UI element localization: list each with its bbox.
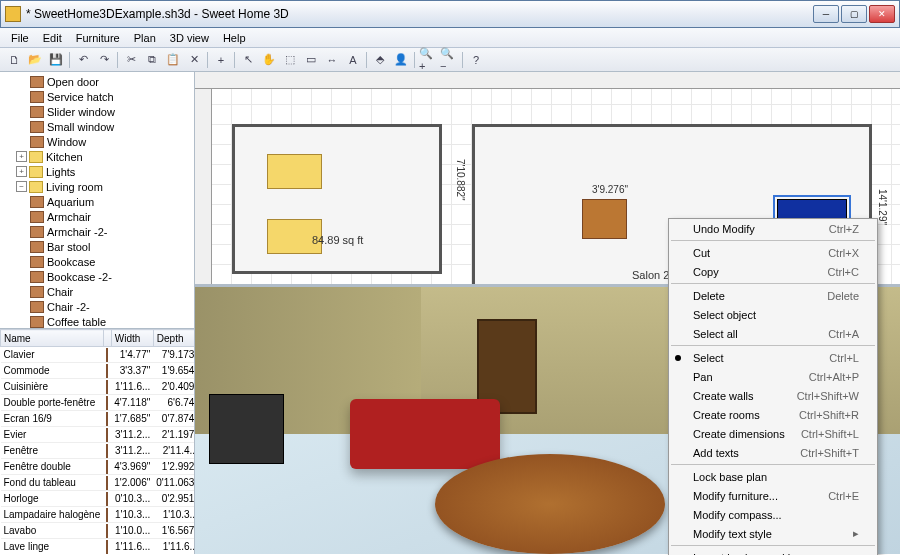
ctx-copy[interactable]: CopyCtrl+C xyxy=(669,262,877,281)
select-tool[interactable]: ↖ xyxy=(238,50,258,70)
open-button[interactable]: 📂 xyxy=(25,50,45,70)
tree-item[interactable]: Armchair -2- xyxy=(2,224,192,239)
tree-category[interactable]: +Kitchen xyxy=(2,149,192,164)
ctx-modify-text-style[interactable]: Modify text style▸ xyxy=(669,524,877,543)
delete-button[interactable]: ✕ xyxy=(184,50,204,70)
new-button[interactable]: 🗋 xyxy=(4,50,24,70)
room-tool[interactable]: ▭ xyxy=(301,50,321,70)
ctx-create-rooms[interactable]: Create roomsCtrl+Shift+R xyxy=(669,405,877,424)
table-row[interactable]: Fond du tableau1'2.006"0'11.063"1'7.685"… xyxy=(1,475,195,491)
tree-item[interactable]: Slider window xyxy=(2,104,192,119)
add-furniture-button[interactable]: + xyxy=(211,50,231,70)
menu-help[interactable]: Help xyxy=(216,30,253,46)
ctx-modify-furniture---[interactable]: Modify furniture...Ctrl+E xyxy=(669,486,877,505)
dim-label: 14'1.29" xyxy=(877,189,888,225)
window-title: * SweetHome3DExample.sh3d - Sweet Home 3… xyxy=(26,7,813,21)
menu-plan[interactable]: Plan xyxy=(127,30,163,46)
table-row[interactable]: Evier3'11.2...2'1.197"1'5.921"✓ xyxy=(1,427,195,443)
table-row[interactable]: Cuisinière1'11.6...2'0.409"2'11.0...✓ xyxy=(1,379,195,395)
undo-button[interactable]: ↶ xyxy=(73,50,93,70)
table-row[interactable]: Fenêtre3'11.2...2'11.4...✓ xyxy=(1,443,195,459)
tree-item[interactable]: Aquarium xyxy=(2,194,192,209)
paste-button[interactable]: 📋 xyxy=(163,50,183,70)
ctx-pan[interactable]: PanCtrl+Alt+P xyxy=(669,367,877,386)
dim-tool[interactable]: ↔ xyxy=(322,50,342,70)
tree-item[interactable]: Chair -2- xyxy=(2,299,192,314)
ctx-undo-modify[interactable]: Undo ModifyCtrl+Z xyxy=(669,219,877,238)
tree-item[interactable]: Small window xyxy=(2,119,192,134)
table-row[interactable]: Fenêtre double4'3.969"1'2.992"4'3.748"✓ xyxy=(1,459,195,475)
ctx-create-dimensions[interactable]: Create dimensionsCtrl+Shift+L xyxy=(669,424,877,443)
tree-item[interactable]: Armchair xyxy=(2,209,192,224)
furniture-table[interactable]: NameWidthDepthHeightC...Visi...Clavier1'… xyxy=(0,329,194,554)
table-3d xyxy=(435,454,665,554)
catalog-tree[interactable]: Open doorService hatchSlider windowSmall… xyxy=(0,72,194,329)
tree-item[interactable]: Coffee table xyxy=(2,314,192,329)
text-tool[interactable]: A xyxy=(343,50,363,70)
room-area-label: 84.89 sq ft xyxy=(312,234,363,246)
menu-file[interactable]: File xyxy=(4,30,36,46)
maximize-button[interactable]: ▢ xyxy=(841,5,867,23)
copy-button[interactable]: ⧉ xyxy=(142,50,162,70)
tree-item[interactable]: Window xyxy=(2,134,192,149)
bed-plan-1[interactable] xyxy=(267,154,322,189)
3d-walk-button[interactable]: 👤 xyxy=(391,50,411,70)
tree-item[interactable]: Service hatch xyxy=(2,89,192,104)
tree-category[interactable]: +Lights xyxy=(2,164,192,179)
3d-top-button[interactable]: ⬘ xyxy=(370,50,390,70)
dim-label: 7'10.882" xyxy=(455,159,466,201)
ctx-cut[interactable]: CutCtrl+X xyxy=(669,243,877,262)
wall-tool[interactable]: ⬚ xyxy=(280,50,300,70)
ctx-select[interactable]: SelectCtrl+L xyxy=(669,348,877,367)
table-row[interactable]: Ecran 16/91'7.685"0'7.874"1'3.748"✓ xyxy=(1,411,195,427)
table-plan[interactable] xyxy=(582,199,627,239)
menu-bar: FileEditFurniturePlan3D viewHelp xyxy=(0,28,900,48)
table-row[interactable]: Commode3'3.37"1'9.654"2'7.496"✓ xyxy=(1,363,195,379)
tree-item[interactable]: Bookcase -2- xyxy=(2,269,192,284)
tree-item[interactable]: Bookcase xyxy=(2,254,192,269)
ctx-lock-base-plan[interactable]: Lock base plan xyxy=(669,467,877,486)
tree-item[interactable]: Chair xyxy=(2,284,192,299)
toolbar: 🗋 📂 💾 ↶ ↷ ✂ ⧉ 📋 ✕ + ↖ ✋ ⬚ ▭ ↔ A ⬘ 👤 🔍+ 🔍… xyxy=(0,48,900,72)
col-header[interactable]: Name xyxy=(1,330,104,347)
ctx-add-texts[interactable]: Add textsCtrl+Shift+T xyxy=(669,443,877,462)
table-row[interactable]: Lampadaire halogène1'10.3...1'10.3...5'1… xyxy=(1,507,195,523)
ctx-modify-compass---[interactable]: Modify compass... xyxy=(669,505,877,524)
ctx-delete[interactable]: DeleteDelete xyxy=(669,286,877,305)
ctx-create-walls[interactable]: Create wallsCtrl+Shift+W xyxy=(669,386,877,405)
zoom-out-button[interactable]: 🔍− xyxy=(439,50,459,70)
context-menu[interactable]: Undo ModifyCtrl+ZCutCtrl+XCopyCtrl+CDele… xyxy=(668,218,878,555)
ctx-select-object[interactable]: Select object xyxy=(669,305,877,324)
tree-item[interactable]: Open door xyxy=(2,74,192,89)
minimize-button[interactable]: ─ xyxy=(813,5,839,23)
table-row[interactable]: Lavabo1'10.0...1'6.567"3'2.189"✓ xyxy=(1,523,195,539)
ctx-import-background-image---[interactable]: Import background image... xyxy=(669,548,877,555)
tv-3d xyxy=(209,394,284,464)
help-button[interactable]: ? xyxy=(466,50,486,70)
redo-button[interactable]: ↷ xyxy=(94,50,114,70)
close-button[interactable]: ✕ xyxy=(869,5,895,23)
ruler-vertical xyxy=(195,89,212,284)
table-row[interactable]: Horloge0'10.3...0'2.951"0'10.3...✓ xyxy=(1,491,195,507)
room-bedroom[interactable] xyxy=(232,124,442,274)
menu-edit[interactable]: Edit xyxy=(36,30,69,46)
cut-button[interactable]: ✂ xyxy=(121,50,141,70)
ctx-select-all[interactable]: Select allCtrl+A xyxy=(669,324,877,343)
col-header[interactable]: Width xyxy=(111,330,153,347)
menu-3dview[interactable]: 3D view xyxy=(163,30,216,46)
dim-label: 3'9.276" xyxy=(592,184,628,195)
sofa-3d xyxy=(350,399,500,469)
zoom-in-button[interactable]: 🔍+ xyxy=(418,50,438,70)
save-button[interactable]: 💾 xyxy=(46,50,66,70)
col-header[interactable] xyxy=(103,330,111,347)
ruler-horizontal xyxy=(195,72,900,89)
app-icon xyxy=(5,6,21,22)
menu-furniture[interactable]: Furniture xyxy=(69,30,127,46)
table-row[interactable]: Double porte-fenêtre4'7.118"6'6.74"✓ xyxy=(1,395,195,411)
table-row[interactable]: Clavier1'4.77"7'9.173"2'9.465"✓ xyxy=(1,347,195,363)
pan-tool[interactable]: ✋ xyxy=(259,50,279,70)
tree-item[interactable]: Bar stool xyxy=(2,239,192,254)
table-row[interactable]: Lave linge1'11.6...1'11.6...2'9.465"✓ xyxy=(1,539,195,555)
col-header[interactable]: Depth xyxy=(153,330,194,347)
tree-category[interactable]: −Living room xyxy=(2,179,192,194)
